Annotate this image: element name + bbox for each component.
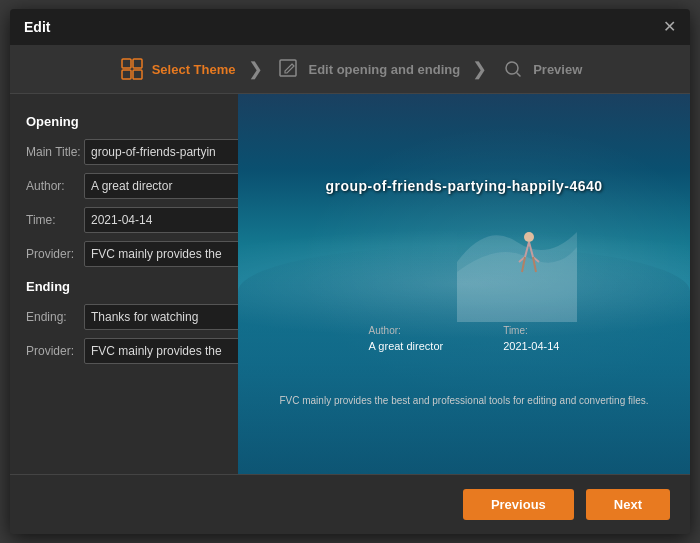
step1-label: Select Theme — [118, 55, 236, 83]
author-label: Author: — [26, 179, 84, 193]
preview-author-value: A great director — [369, 340, 444, 352]
edit-icon — [275, 55, 303, 83]
step3-label: Preview — [499, 55, 582, 83]
svg-point-6 — [524, 232, 534, 242]
preview-icon — [499, 55, 527, 83]
toolbar: Select Theme ❯ Edit opening and ending ❯ — [10, 45, 690, 94]
ending-provider-label: Provider: — [26, 344, 84, 358]
edit-dialog: Edit ✕ Select Theme ❯ — [10, 9, 690, 534]
svg-point-5 — [506, 62, 518, 74]
ending-section-title: Ending — [26, 279, 222, 294]
step1-text: Select Theme — [152, 62, 236, 77]
preview-image: group-of-friends-partying-happily-4640 A… — [238, 94, 690, 474]
surfer-illustration — [457, 182, 577, 322]
arrow1: ❯ — [248, 58, 263, 80]
preview-author-label: Author: — [369, 325, 444, 336]
ending-row: Ending: — [26, 304, 222, 330]
author-input[interactable] — [84, 173, 238, 199]
step1[interactable]: Select Theme — [118, 55, 236, 83]
footer: Previous Next — [10, 474, 690, 534]
author-info-col: Author: A great director — [369, 325, 444, 352]
time-label: Time: — [26, 213, 84, 227]
preview-time-value: 2021-04-14 — [503, 340, 559, 352]
ending-provider-input[interactable] — [84, 338, 238, 364]
left-panel: Opening Main Title: Author: Time: Provid… — [10, 94, 238, 474]
svg-rect-3 — [133, 70, 142, 79]
preview-provider: FVC mainly provides the best and profess… — [279, 395, 648, 406]
time-row: Time: — [26, 207, 222, 233]
close-button[interactable]: ✕ — [663, 19, 676, 35]
ending-provider-row: Provider: — [26, 338, 222, 364]
step2[interactable]: Edit opening and ending — [275, 55, 461, 83]
previous-button[interactable]: Previous — [463, 489, 574, 520]
main-title-input[interactable] — [84, 139, 238, 165]
title-bar: Edit ✕ — [10, 9, 690, 45]
time-info-col: Time: 2021-04-14 — [503, 325, 559, 352]
step3[interactable]: Preview — [499, 55, 582, 83]
preview-title: group-of-friends-partying-happily-4640 — [325, 178, 602, 194]
main-title-row: Main Title: — [26, 139, 222, 165]
next-button[interactable]: Next — [586, 489, 670, 520]
right-panel: group-of-friends-partying-happily-4640 A… — [238, 94, 690, 474]
svg-rect-1 — [133, 59, 142, 68]
dialog-title: Edit — [24, 19, 50, 35]
time-input[interactable] — [84, 207, 238, 233]
author-row: Author: — [26, 173, 222, 199]
main-title-label: Main Title: — [26, 145, 84, 159]
provider-label: Provider: — [26, 247, 84, 261]
ending-label: Ending: — [26, 310, 84, 324]
provider-row: Provider: — [26, 241, 222, 267]
arrow2: ❯ — [472, 58, 487, 80]
svg-rect-0 — [122, 59, 131, 68]
content-area: Opening Main Title: Author: Time: Provid… — [10, 94, 690, 474]
preview-time-label: Time: — [503, 325, 559, 336]
opening-section-title: Opening — [26, 114, 222, 129]
step3-text: Preview — [533, 62, 582, 77]
svg-rect-2 — [122, 70, 131, 79]
preview-info: Author: A great director Time: 2021-04-1… — [369, 325, 560, 352]
select-theme-icon — [118, 55, 146, 83]
provider-input[interactable] — [84, 241, 238, 267]
ending-input[interactable] — [84, 304, 238, 330]
step2-text: Edit opening and ending — [309, 62, 461, 77]
step2-label: Edit opening and ending — [275, 55, 461, 83]
